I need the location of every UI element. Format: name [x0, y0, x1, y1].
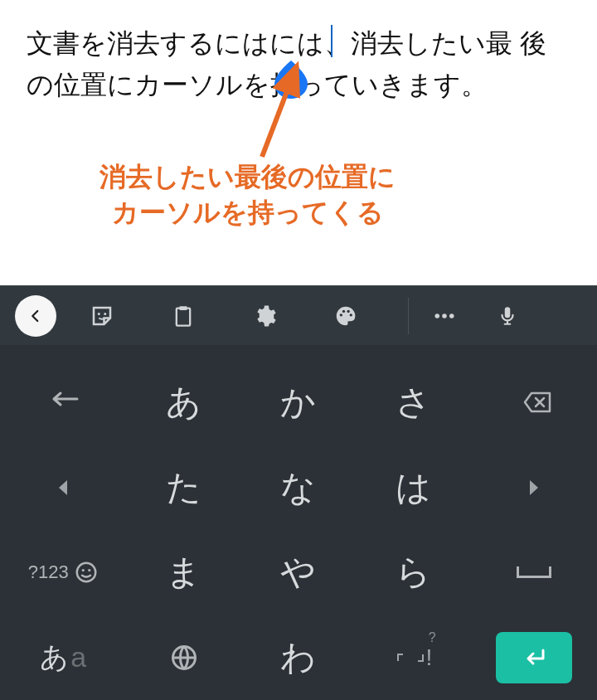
microphone-icon	[497, 304, 518, 328]
mode-switch-key[interactable]: ?123	[0, 530, 126, 615]
key-ha[interactable]: は	[356, 445, 470, 531]
space-key[interactable]	[471, 530, 597, 615]
settings-button[interactable]	[237, 286, 292, 345]
lang-ja-label: あ	[40, 639, 69, 677]
mode-label: ?123	[28, 561, 69, 583]
key-ya[interactable]: や	[241, 530, 356, 615]
annotation-line-1: 消去したい最後の位置に	[100, 159, 396, 195]
triangle-right-icon	[526, 478, 542, 498]
annotation-line-2: カーソルを持ってくる	[100, 195, 396, 231]
svg-rect-12	[505, 307, 511, 318]
key-ta-label: た	[166, 464, 201, 511]
key-sa[interactable]: さ	[356, 360, 470, 445]
keyboard-rows: あ か さ た な は ?123 ま や ら	[0, 345, 597, 700]
key-ma[interactable]: ま	[126, 530, 240, 615]
lang-en-label: a	[70, 641, 86, 673]
key-ka-label: か	[280, 379, 316, 425]
key-sa-label: さ	[396, 379, 431, 425]
collapse-keyboard-button[interactable]	[15, 295, 56, 337]
punctuation-key[interactable]: ? !	[356, 615, 470, 701]
return-icon	[518, 645, 550, 670]
svg-point-2	[104, 313, 106, 315]
undo-key[interactable]	[0, 360, 126, 445]
globe-key[interactable]	[126, 615, 240, 701]
svg-point-10	[442, 314, 447, 318]
keyboard-toolbar	[0, 285, 597, 345]
svg-point-7	[347, 309, 350, 312]
theme-button[interactable]	[318, 286, 373, 345]
sticker-icon	[90, 304, 114, 328]
key-wa[interactable]: わ	[241, 615, 356, 701]
keyboard: あ か さ た な は ?123 ま や ら	[0, 285, 597, 700]
enter-key[interactable]	[471, 615, 597, 701]
language-toggle-key[interactable]: あa	[0, 615, 126, 701]
svg-point-1	[98, 313, 100, 315]
key-na-label: な	[280, 464, 316, 511]
clipboard-icon	[172, 304, 195, 328]
key-ka[interactable]: か	[241, 360, 356, 445]
excl-sup: !	[426, 644, 433, 671]
svg-rect-3	[177, 308, 190, 325]
bracket1-icon	[395, 651, 408, 664]
toolbar-divider	[408, 298, 409, 334]
space-icon	[517, 566, 551, 578]
svg-point-13	[76, 563, 95, 582]
key-ya-label: や	[280, 549, 316, 595]
annotation-text: 消去したい最後の位置に カーソルを持ってくる	[100, 159, 396, 231]
more-horizontal-icon	[432, 304, 457, 328]
backspace-key[interactable]	[471, 360, 597, 445]
key-ta[interactable]: た	[126, 445, 240, 531]
svg-point-14	[81, 569, 84, 571]
backspace-icon	[515, 388, 553, 416]
bracket2-icon	[413, 651, 426, 664]
cursor-handle-icon[interactable]	[274, 61, 308, 99]
key-ma-label: ま	[166, 549, 201, 595]
more-button[interactable]	[417, 286, 472, 345]
text-line-1: 文書を消去するにはには、消去したい最	[27, 28, 512, 58]
clipboard-button[interactable]	[156, 286, 211, 345]
svg-rect-4	[179, 306, 187, 310]
key-ha-label: は	[396, 464, 431, 511]
key-na[interactable]: な	[241, 445, 356, 531]
text-cursor	[331, 25, 332, 57]
gear-icon	[252, 304, 277, 328]
svg-point-8	[350, 314, 352, 316]
svg-point-9	[435, 314, 440, 318]
voice-input-button[interactable]	[480, 286, 535, 345]
palette-icon	[333, 304, 358, 328]
svg-point-6	[342, 309, 345, 312]
document-area[interactable]: 文書を消去するにはには、消去したい最 後の位置にカーソルを持っていきます。 消去…	[0, 0, 597, 285]
sticker-button[interactable]	[75, 286, 129, 345]
cursor-right-key[interactable]	[471, 445, 597, 531]
smiley-icon	[74, 560, 99, 585]
triangle-left-icon	[55, 478, 71, 498]
cursor-left-key[interactable]	[0, 445, 126, 531]
question-sup: ?	[429, 630, 436, 645]
undo-arrow-icon	[44, 391, 82, 414]
globe-icon	[169, 643, 199, 673]
key-ra[interactable]: ら	[356, 530, 470, 615]
key-a[interactable]: あ	[126, 360, 240, 445]
chevron-left-icon	[28, 309, 43, 323]
key-ra-label: ら	[396, 549, 431, 595]
key-wa-label: わ	[280, 634, 316, 681]
key-a-label: あ	[166, 379, 201, 425]
svg-point-11	[449, 314, 454, 318]
svg-point-15	[88, 569, 90, 571]
svg-point-5	[340, 314, 342, 316]
